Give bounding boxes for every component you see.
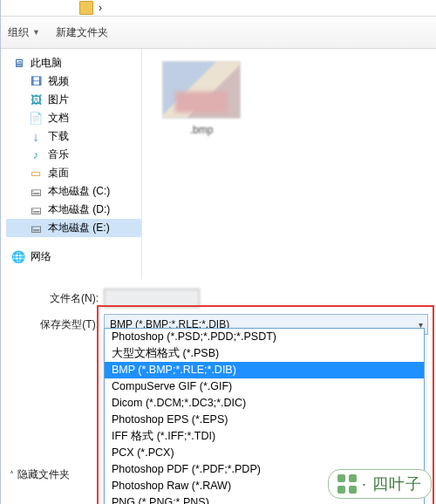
music-icon: ♪ — [29, 148, 43, 162]
nav-tree: 🖥 此电脑 🎞 视频 🖼 图片 📄 文档 ↓ 下载 ♪ 音乐 — [1, 49, 142, 279]
tree-label: 桌面 — [48, 166, 69, 180]
tree-this-pc[interactable]: 🖥 此电脑 — [6, 54, 141, 72]
tree-label: 网络 — [31, 249, 51, 264]
filetype-label: 保存类型(T): — [1, 317, 104, 332]
filename-row: 文件名(N): — [1, 288, 436, 309]
picture-icon: 🖼 — [29, 93, 43, 107]
dropdown-item[interactable]: Photoshop EPS (*.EPS) — [105, 412, 424, 428]
filename-input[interactable] — [104, 289, 200, 308]
dropdown-item[interactable]: Dicom (*.DCM;*.DC3;*.DIC) — [105, 395, 424, 412]
folder-icon — [79, 1, 93, 15]
tree-label: 本地磁盘 (E:) — [48, 221, 110, 235]
tree-desktop[interactable]: ▭ 桌面 — [6, 164, 141, 182]
tree-label: 本地磁盘 (D:) — [48, 202, 110, 217]
organize-button[interactable]: 组织 ▼ — [8, 25, 40, 40]
chevron-down-icon: ▼ — [32, 28, 40, 37]
toolbar: 组织 ▼ 新建文件夹 — [1, 16, 436, 49]
thumbnail-image — [162, 61, 241, 119]
disk-icon: 🖴 — [29, 221, 43, 235]
organize-label: 组织 — [8, 25, 29, 40]
tree-label: 此电脑 — [31, 56, 62, 71]
file-list[interactable]: .bmp — [142, 49, 436, 279]
tree-label: 下载 — [48, 129, 69, 144]
tree-label: 图片 — [48, 92, 69, 107]
tree-disk-c[interactable]: 🖴 本地磁盘 (C:) — [6, 182, 141, 201]
document-icon: 📄 — [29, 112, 43, 126]
chevron-up-icon: ˄ — [10, 470, 14, 480]
desktop-icon: ▭ — [29, 167, 43, 180]
tree-label: 音乐 — [48, 147, 69, 162]
network-icon: 🌐 — [11, 250, 25, 264]
body-split: 🖥 此电脑 🎞 视频 🖼 图片 📄 文档 ↓ 下载 ♪ 音乐 — [1, 49, 436, 279]
tree-label: 视频 — [48, 74, 69, 89]
chevron-right-icon: › — [99, 2, 102, 14]
form-area: 文件名(N): 保存类型(T): BMP (*.BMP;*.RLE;*.DIB)… — [1, 279, 436, 335]
video-icon: 🎞 — [29, 75, 43, 89]
address-bar[interactable]: › — [1, 0, 436, 16]
tree-documents[interactable]: 📄 文档 — [6, 109, 141, 127]
dropdown-item[interactable]: IFF 格式 (*.IFF;*.TDI) — [105, 428, 424, 445]
disk-icon: 🖴 — [29, 203, 43, 217]
tree-label: 本地磁盘 (C:) — [48, 184, 110, 199]
file-label: .bmp — [161, 124, 242, 136]
dropdown-item[interactable]: CompuServe GIF (*.GIF) — [105, 378, 424, 395]
dropdown-item[interactable]: BMP (*.BMP;*.RLE;*.DIB) — [105, 362, 424, 378]
pc-icon: 🖥 — [11, 57, 25, 71]
dropdown-item[interactable]: 大型文档格式 (*.PSB) — [105, 345, 424, 362]
new-folder-label: 新建文件夹 — [56, 25, 108, 40]
tree-disk-e[interactable]: 🖴 本地磁盘 (E:) — [6, 219, 141, 237]
tree-network[interactable]: 🌐 网络 — [6, 248, 141, 266]
file-item[interactable]: .bmp — [161, 61, 242, 136]
dropdown-item[interactable]: PCX (*.PCX) — [105, 445, 424, 461]
tree-downloads[interactable]: ↓ 下载 — [6, 127, 141, 146]
tree-pictures[interactable]: 🖼 图片 — [6, 91, 141, 109]
watermark-dot: · — [362, 475, 367, 494]
hide-folders-label: 隐藏文件夹 — [17, 467, 70, 482]
clover-icon — [337, 474, 357, 494]
tree-disk-d[interactable]: 🖴 本地磁盘 (D:) — [6, 201, 141, 219]
filename-label: 文件名(N): — [1, 291, 104, 306]
tree-label: 文档 — [48, 111, 69, 126]
new-folder-button[interactable]: 新建文件夹 — [56, 25, 108, 40]
download-icon: ↓ — [29, 130, 43, 144]
disk-icon: 🖴 — [29, 185, 43, 199]
hide-folders-button[interactable]: ˄ 隐藏文件夹 — [10, 467, 70, 482]
dropdown-item[interactable]: Photoshop (*.PSD;*.PDD;*.PSDT) — [105, 329, 424, 345]
save-dialog: › 组织 ▼ 新建文件夹 🖥 此电脑 🎞 视频 🖼 图片 📄 — [0, 0, 436, 504]
tree-music[interactable]: ♪ 音乐 — [6, 146, 141, 164]
watermark-text: 四叶子 — [372, 473, 422, 494]
tree-videos[interactable]: 🎞 视频 — [6, 72, 141, 91]
watermark: · 四叶子 — [328, 469, 432, 499]
